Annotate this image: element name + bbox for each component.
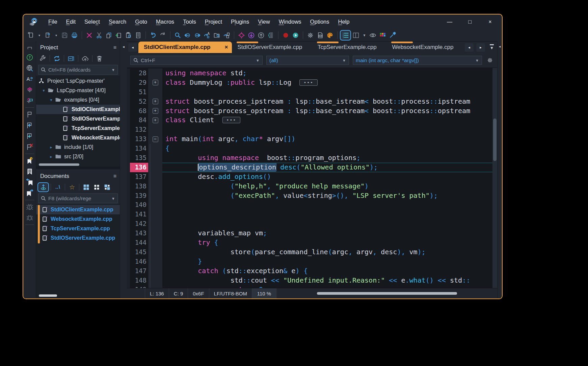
code-text[interactable]: class Client ••• [162, 115, 497, 125]
line-number[interactable]: 141 [130, 210, 148, 219]
bookmark-add-icon[interactable]: + [26, 157, 34, 165]
theme-palette-button[interactable] [325, 30, 335, 40]
symbol-settings-gear-icon[interactable] [486, 57, 494, 63]
new-file-menu-arrow[interactable]: ▾ [36, 30, 43, 40]
color-grid-button[interactable] [378, 30, 387, 40]
print-button[interactable] [70, 30, 79, 40]
line-number[interactable]: 149 [130, 285, 148, 288]
hscroll-thumb[interactable] [317, 292, 457, 295]
menu-view[interactable]: View [253, 17, 274, 27]
new-file-button[interactable] [26, 30, 36, 40]
line-number[interactable]: 140 [130, 200, 148, 210]
documents-panel-menu-icon[interactable]: ≡ [113, 173, 116, 179]
code-text[interactable] [162, 210, 497, 219]
line-number[interactable]: 84 [130, 115, 148, 125]
fold-margin[interactable] [148, 247, 162, 257]
panel-top-icon[interactable] [26, 43, 34, 51]
code-line[interactable]: 29+class DummyLog :public lsp::Log ••• [127, 78, 497, 87]
tree-item[interactable]: ▾examples [0/4] [36, 95, 120, 105]
tree-item[interactable]: Project 'LspCpp-master' [36, 76, 120, 86]
fold-margin[interactable] [148, 200, 162, 210]
redo-button[interactable] [158, 30, 168, 40]
trash-icon[interactable] [94, 54, 105, 63]
code-line[interactable]: 52+struct boost_process_ipstream : lsp::… [127, 97, 497, 106]
search-dropdown-arrow[interactable]: ▼ [256, 58, 260, 62]
macro-record-button[interactable] [281, 30, 291, 40]
tree-item[interactable]: ⁺⁺WebsocketExample.cpp [36, 133, 120, 142]
close-file-button[interactable] [84, 30, 94, 40]
line-number[interactable]: 28 [130, 69, 148, 78]
document-list-item[interactable]: ⁺⁺StdIOClientExample.cpp [36, 205, 120, 214]
code-text[interactable]: using namespace boost::program_options; [162, 153, 497, 163]
code-text[interactable]: struct boost_process_ipstream : lsp::bas… [162, 97, 497, 106]
tree-item[interactable]: ▾LspCpp-master [4/0] [36, 86, 120, 95]
goto-marker-button[interactable] [237, 30, 246, 40]
code-line[interactable]: 138 ("help,h", "produce help message") [127, 182, 497, 191]
split-menu-arrow[interactable]: ▼ [361, 30, 368, 40]
parent-dir-icon[interactable]: ..\ [53, 183, 63, 192]
copy-button[interactable] [104, 30, 114, 40]
tree-item[interactable]: ⁺⁺TcpServerExample.cpp [36, 124, 120, 133]
tree-item[interactable]: ▸include [1/0] [36, 142, 120, 152]
code-text[interactable]: ("execPath", value<string>(), "LSP serve… [162, 191, 497, 201]
collapse-left-icon[interactable]: ◂ [123, 45, 125, 49]
split-view-button[interactable] [351, 30, 361, 40]
hscroll-thumb[interactable] [39, 163, 79, 166]
tab-close-icon[interactable]: × [224, 44, 228, 51]
tab-nav-right-button[interactable]: ▸ [476, 43, 485, 52]
right-edge-strip[interactable]: ◂ [497, 41, 502, 298]
sidebar-collapse-strip[interactable]: ◂ [120, 41, 127, 298]
fold-margin[interactable]: + [148, 106, 162, 116]
code-text[interactable]: return 0; [162, 285, 497, 288]
help-icon[interactable]: ? [26, 53, 34, 61]
collapse-right-icon[interactable]: ◂ [499, 45, 501, 48]
line-number[interactable]: 148 [130, 276, 148, 285]
wrench-icon[interactable] [37, 54, 48, 63]
close-button[interactable]: × [482, 18, 498, 26]
search-dropdown-arrow[interactable]: ▼ [111, 68, 115, 72]
line-number[interactable]: 133 [130, 134, 148, 144]
fold-margin[interactable]: + [148, 78, 162, 87]
save-button[interactable] [60, 30, 70, 40]
menu-edit[interactable]: Edit [62, 17, 80, 27]
fold-margin[interactable] [148, 153, 162, 163]
flag-icon[interactable] [26, 110, 34, 119]
code-line[interactable]: 144 try { [127, 238, 497, 247]
code-line[interactable]: 146 } [127, 257, 497, 266]
editor-search-input[interactable]: Ctrl+F ▼ [130, 56, 263, 65]
project-panel-menu-icon[interactable]: ≡ [113, 45, 116, 51]
folded-code-ellipsis[interactable]: ••• [299, 79, 317, 86]
code-line[interactable]: 51 [127, 87, 497, 97]
find-prev-button[interactable] [183, 30, 192, 40]
code-line[interactable]: 136 options_description desc("Allowed op… [127, 163, 497, 172]
minimize-button[interactable]: — [442, 18, 457, 26]
document-list-item[interactable]: ⁺⁺WebsocketExample.cpp [36, 214, 120, 224]
lexer-cpp-button[interactable]: CPP [315, 30, 325, 40]
auto-complete-icon[interactable]: A [26, 75, 34, 83]
menu-select[interactable]: Select [80, 17, 104, 27]
fold-margin[interactable] [148, 266, 162, 276]
line-number[interactable]: 52 [130, 97, 148, 106]
select-all-button[interactable] [133, 30, 143, 40]
fold-margin[interactable] [148, 69, 162, 78]
favorite-star-icon[interactable]: ☆ [67, 183, 77, 192]
tab-StdIOClientExample.cpp[interactable]: StdIOClientExample.cpp× [138, 42, 232, 53]
tab-WebsocketExample.cpp[interactable]: WebsocketExample.cpp [386, 42, 463, 53]
line-number[interactable]: 132 [130, 125, 148, 134]
fold-margin[interactable] [148, 210, 162, 219]
status-char-code[interactable]: 0x6F [188, 288, 209, 298]
chevron-down-icon[interactable]: ▾ [48, 98, 54, 102]
document-list-item[interactable]: ⁺⁺StdIOServerExample.cpp [36, 233, 120, 243]
fold-margin[interactable] [148, 276, 162, 285]
undo-button[interactable] [148, 30, 158, 40]
code-line[interactable]: 135 using namespace boost::program_optio… [127, 153, 497, 163]
find-button[interactable] [173, 30, 183, 40]
line-number[interactable]: 146 [130, 257, 148, 266]
code-text[interactable] [162, 219, 497, 229]
code-line[interactable]: 148 std::cout << "Undefined input.Reason… [127, 276, 497, 285]
scope-dropdown[interactable]: (all) ▼ [266, 56, 349, 65]
code-text[interactable]: desc.add_options() [162, 172, 497, 182]
editor-vscrollbar[interactable] [492, 68, 497, 288]
code-line[interactable]: 139 ("execPath", value<string>(), "LSP s… [127, 191, 497, 201]
code-text[interactable]: variables_map vm; [162, 229, 497, 238]
